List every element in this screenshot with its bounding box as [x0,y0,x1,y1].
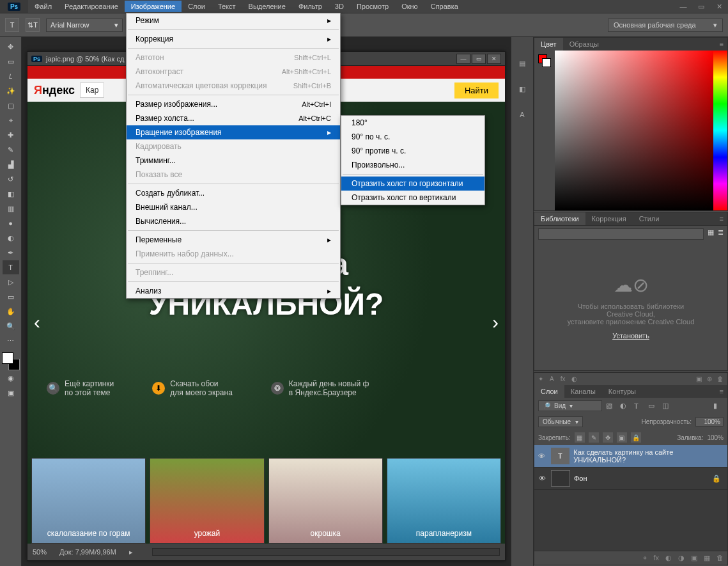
lasso-tool-icon[interactable]: 𝘓 [3,69,19,83]
menu-item[interactable]: Размер изображения...Alt+Ctrl+I [127,97,340,111]
menu-слои[interactable]: Слои [182,1,212,12]
quickmask-icon[interactable]: ◉ [3,371,19,385]
properties-panel-icon[interactable]: ◧ [515,82,529,96]
fill-value[interactable]: 100% [707,434,724,441]
horizontal-scrollbar[interactable] [152,548,500,556]
menu-item[interactable]: Вращение изображения▸ [127,125,340,139]
visibility-icon[interactable]: 👁 [537,475,547,482]
filter-adjust-icon[interactable]: ◐ [620,402,630,410]
dodge-tool-icon[interactable]: ◐ [3,231,19,245]
crop-tool-icon[interactable]: ▢ [3,98,19,113]
menu-файл[interactable]: Файл [28,1,58,12]
delete-layer-icon[interactable]: 🗑 [716,554,724,562]
doc-close-icon[interactable]: ✕ [487,54,501,64]
trash-icon[interactable]: 🗑 [717,375,724,382]
zoom-level[interactable]: 50% [33,548,47,556]
menu-item[interactable]: Внешний канал... [127,200,340,214]
menu-выделение[interactable]: Выделение [242,1,292,12]
eraser-tool-icon[interactable]: ◧ [3,187,19,201]
submenu-item[interactable]: 180° [341,116,484,130]
submenu-item[interactable]: 90° по ч. с. [341,130,484,144]
eyedropper-tool-icon[interactable]: ⌖ [3,113,19,127]
lock-pos-icon[interactable]: ✥ [603,432,613,443]
move-tool-icon[interactable]: ✥ [3,40,19,54]
grid-view-icon[interactable]: ▦ [708,228,714,240]
menu-item[interactable]: Коррекция▸ [127,32,340,46]
link-layers-icon[interactable]: ⌖ [643,554,647,562]
pen-tool-icon[interactable]: ✒ [3,246,19,260]
install-link[interactable]: Установить [612,332,649,340]
font-family-select[interactable]: Arial Narrow▾ [46,19,123,32]
layer-row[interactable]: 👁Фон🔒 [534,468,727,490]
opacity-value[interactable]: 100% [695,417,724,427]
history-panel-icon[interactable]: ▤ [515,56,529,70]
hand-tool-icon[interactable]: ✋ [3,304,19,318]
blend-mode-select[interactable]: Обычные▾ [538,416,583,427]
menu-справка[interactable]: Справка [424,1,465,12]
tab-layers[interactable]: Слои [534,385,564,398]
menu-редактирование[interactable]: Редактирование [58,1,125,12]
menu-item[interactable]: Размер холста...Alt+Ctrl+C [127,111,340,125]
filter-smart-icon[interactable]: ◫ [662,402,672,410]
submenu-item[interactable]: Произвольно... [341,158,484,172]
menu-item[interactable]: Тримминг... [127,153,340,168]
submenu-item[interactable]: Отразить холст по вертикали [341,191,484,205]
menu-3d[interactable]: 3D [329,1,350,12]
menu-фильтр[interactable]: Фильтр [292,1,329,12]
submenu-item[interactable]: Отразить холст по горизонтали [341,177,484,191]
tab-adjustments[interactable]: Коррекция [585,212,633,225]
shape-tool-icon[interactable]: ▭ [3,290,19,304]
workspace-switcher[interactable]: Основная рабочая среда▾ [608,19,723,32]
menu-item[interactable]: Переменные▸ [127,233,340,247]
brush-tool-icon[interactable]: ✎ [3,143,19,157]
panel-menu-icon[interactable]: ≡ [716,385,727,398]
blur-tool-icon[interactable]: ● [3,216,19,230]
menu-item[interactable]: Анализ▸ [127,284,340,298]
close-icon[interactable]: ✕ [710,0,728,13]
visibility-icon[interactable]: 👁 [537,452,547,460]
magic-wand-tool-icon[interactable]: ✨ [3,84,19,98]
type-tool-icon[interactable]: T [3,260,19,274]
stamp-tool-icon[interactable]: ▟ [3,157,19,171]
menu-окно[interactable]: Окно [395,1,424,12]
filter-toggle[interactable]: ▮ [713,402,724,410]
lock-all-icon[interactable]: 🔒 [631,432,641,443]
menu-текст[interactable]: Текст [212,1,242,12]
filter-shape-icon[interactable]: ▭ [648,402,658,410]
lock-trans-icon[interactable]: ▦ [575,432,585,443]
panel-menu-icon[interactable]: ≡ [716,38,727,51]
layer-filter-select[interactable]: 🔎Вид▾ [538,400,602,411]
menu-item[interactable]: Создать дубликат... [127,186,340,200]
path-select-tool-icon[interactable]: ▷ [3,275,19,289]
minimize-icon[interactable]: — [674,0,692,13]
healing-tool-icon[interactable]: ✚ [3,128,19,142]
menu-просмотр[interactable]: Просмотр [350,1,395,12]
menu-item[interactable]: Режим▸ [127,13,340,28]
tab-color[interactable]: Цвет [534,38,563,51]
addstyle-icon[interactable]: ✦ [538,375,543,382]
layer-row[interactable]: 👁TКак сделать картинку на сайте УНИКАЛЬН… [534,445,727,468]
maximize-icon[interactable]: ▭ [692,0,710,13]
marquee-tool-icon[interactable]: ▭ [3,54,19,68]
lock-artboard-icon[interactable]: ▣ [617,432,627,443]
tab-libraries[interactable]: Библиотеки [534,212,585,225]
panel-icon[interactable]: ⊕ [707,375,712,382]
panel-menu-icon[interactable]: ≡ [716,212,727,225]
new-layer-icon[interactable]: ▦ [704,554,710,562]
gradient-tool-icon[interactable]: ▥ [3,201,19,216]
screenmode-icon[interactable]: ▣ [3,386,19,400]
fx-icon[interactable]: fx [653,554,659,562]
mask-icon[interactable]: ◐ [665,554,672,562]
tab-paths[interactable]: Контуры [602,385,642,398]
color-field[interactable] [555,51,713,210]
panel-icon[interactable]: ▣ [696,375,702,382]
menu-изображение[interactable]: Изображение [125,1,182,12]
text-orientation-icon[interactable]: ⇅T [26,18,40,32]
zoom-tool-icon[interactable]: 🔍 [3,319,19,333]
menu-item[interactable]: Вычисления... [127,214,340,228]
color-swatches[interactable] [2,352,20,370]
tab-channels[interactable]: Каналы [564,385,602,398]
character-panel-icon[interactable]: A [515,107,529,122]
group-icon[interactable]: ▣ [691,554,697,562]
lock-pixels-icon[interactable]: ✎ [589,432,599,443]
